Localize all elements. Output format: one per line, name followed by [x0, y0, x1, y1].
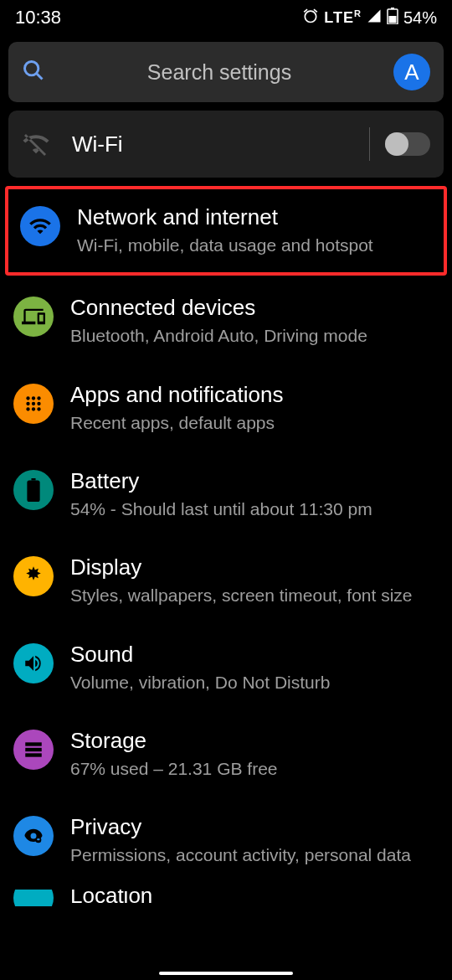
apps-icon — [13, 384, 54, 424]
battery-icon — [13, 470, 54, 510]
svg-point-11 — [26, 407, 29, 410]
svg-rect-2 — [388, 16, 396, 23]
setting-title: Apps and notifications — [70, 382, 439, 408]
setting-display[interactable]: Display Styles, wallpapers, screen timeo… — [0, 538, 452, 624]
setting-battery[interactable]: Battery 54% - Should last until about 11… — [0, 451, 452, 538]
setting-title: Location — [70, 890, 439, 906]
highlight-box: Network and internet Wi-Fi, mobile, data… — [5, 186, 447, 276]
svg-point-7 — [37, 396, 40, 400]
status-right: LTER 54% — [302, 8, 437, 28]
svg-rect-1 — [391, 8, 394, 9]
avatar[interactable]: A — [393, 54, 430, 90]
svg-point-3 — [25, 62, 39, 75]
storage-icon — [13, 730, 54, 770]
setting-title: Battery — [70, 468, 439, 494]
setting-subtitle: Styles, wallpapers, screen timeout, font… — [70, 584, 439, 607]
svg-rect-18 — [25, 753, 42, 756]
svg-point-13 — [37, 407, 40, 410]
nav-gesture-bar[interactable] — [159, 972, 293, 975]
setting-subtitle: 54% - Should last until about 11:30 pm — [70, 498, 439, 521]
battery-percentage: 54% — [403, 8, 437, 28]
svg-rect-20 — [37, 838, 40, 840]
privacy-icon — [13, 816, 54, 856]
setting-title: Storage — [70, 728, 439, 754]
setting-title: Sound — [70, 642, 439, 668]
setting-subtitle: Volume, vibration, Do Not Disturb — [70, 671, 439, 694]
setting-title: Network and internet — [77, 204, 432, 230]
search-icon — [22, 59, 45, 85]
wifi-label: Wi-Fi — [72, 132, 369, 157]
status-bar: 10:38 LTER 54% — [0, 0, 452, 32]
avatar-letter: A — [404, 59, 419, 85]
svg-point-8 — [26, 402, 29, 405]
svg-point-12 — [32, 407, 35, 410]
display-icon — [13, 556, 54, 596]
svg-point-9 — [32, 402, 35, 405]
signal-icon — [367, 8, 382, 28]
wifi-quick-card[interactable]: Wi-Fi — [8, 111, 444, 178]
wifi-off-icon — [22, 130, 72, 158]
svg-rect-15 — [31, 478, 35, 481]
search-card[interactable]: Search settings A — [8, 42, 444, 102]
status-time: 10:38 — [15, 7, 61, 28]
sound-icon — [13, 643, 54, 683]
location-icon — [13, 890, 54, 906]
setting-subtitle: Wi-Fi, mobile, data usage and hotspot — [77, 234, 432, 257]
setting-location[interactable]: Location — [0, 890, 452, 906]
setting-title: Connected devices — [70, 295, 439, 321]
setting-sound[interactable]: Sound Volume, vibration, Do Not Disturb — [0, 625, 452, 711]
wifi-toggle[interactable] — [385, 132, 430, 156]
setting-subtitle: 67% used – 21.31 GB free — [70, 757, 439, 781]
svg-point-6 — [32, 396, 35, 400]
svg-rect-16 — [25, 742, 42, 745]
devices-icon — [13, 297, 54, 337]
network-type: LTER — [324, 8, 362, 27]
setting-privacy[interactable]: Privacy Permissions, account activity, p… — [0, 797, 452, 884]
svg-point-10 — [37, 402, 40, 405]
setting-title: Privacy — [70, 814, 439, 840]
setting-connected-devices[interactable]: Connected devices Bluetooth, Android Aut… — [0, 278, 452, 364]
svg-rect-14 — [27, 481, 39, 502]
setting-title: Display — [70, 554, 439, 580]
alarm-icon — [302, 8, 319, 28]
search-placeholder: Search settings — [60, 60, 378, 85]
svg-rect-17 — [25, 748, 42, 751]
setting-subtitle: Bluetooth, Android Auto, Driving mode — [70, 324, 439, 348]
wifi-icon — [20, 206, 60, 246]
setting-apps-notifications[interactable]: Apps and notifications Recent apps, defa… — [0, 365, 452, 451]
setting-subtitle: Recent apps, default apps — [70, 411, 439, 435]
setting-network-internet[interactable]: Network and internet Wi-Fi, mobile, data… — [12, 193, 440, 269]
toggle-knob — [385, 132, 408, 156]
divider — [369, 127, 370, 161]
svg-line-4 — [37, 74, 43, 80]
setting-storage[interactable]: Storage 67% used – 21.31 GB free — [0, 711, 452, 797]
setting-subtitle: Permissions, account activity, personal … — [70, 843, 439, 867]
svg-point-5 — [26, 396, 29, 400]
battery-icon — [387, 8, 398, 28]
